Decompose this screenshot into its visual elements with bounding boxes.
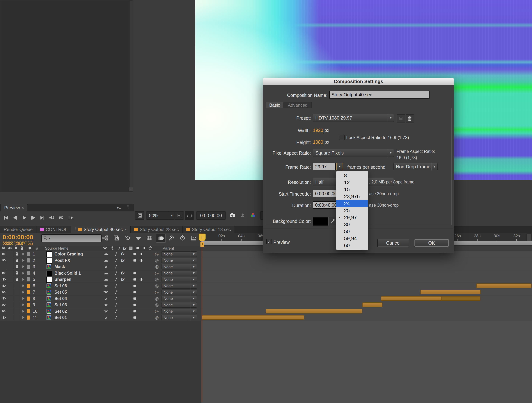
next-frame-button[interactable] — [29, 213, 38, 223]
video-icon[interactable] — [1, 246, 6, 251]
background-color-swatch[interactable] — [313, 217, 328, 226]
hump-switch[interactable] — [103, 258, 109, 263]
layer-row[interactable]: 9Set 03◎None▼ — [0, 302, 201, 308]
frame-blend-icon[interactable] — [129, 246, 133, 251]
expander-icon[interactable] — [22, 259, 25, 262]
slash-switch[interactable] — [113, 264, 119, 269]
width-value[interactable]: 1920 px — [313, 128, 329, 133]
shy-switch[interactable] — [103, 283, 109, 288]
blur-switch[interactable] — [131, 271, 138, 276]
loop-button[interactable] — [57, 213, 65, 223]
previous-frame-button[interactable] — [11, 213, 19, 223]
audio-toggle[interactable] — [7, 283, 13, 288]
eye-toggle[interactable] — [1, 277, 7, 282]
layer-label-chip[interactable] — [27, 277, 30, 281]
parent-pickwhip-icon[interactable]: ◎ — [155, 309, 159, 314]
slash-switch[interactable] — [113, 302, 119, 307]
parent-dropdown[interactable]: None▼ — [162, 251, 197, 257]
expander-icon[interactable] — [22, 304, 25, 306]
parent-pickwhip-icon[interactable]: ◎ — [155, 302, 159, 307]
lock-toggle[interactable] — [14, 283, 20, 288]
fx-switch[interactable]: fx — [120, 258, 126, 263]
frame-rate-input[interactable]: 29,97 — [313, 163, 336, 170]
tab-story-output-18-sec[interactable]: Story Output 18 sec — [183, 226, 235, 233]
shy-icon[interactable] — [103, 246, 108, 251]
blur-switch[interactable] — [131, 309, 138, 314]
lock-toggle[interactable] — [14, 302, 20, 307]
fps-option-15[interactable]: 15 — [336, 186, 368, 193]
layer-row[interactable]: 11Set 01◎None▼ — [0, 314, 201, 321]
track-row[interactable] — [202, 257, 532, 264]
eye-toggle[interactable] — [1, 296, 7, 301]
layer-label-chip[interactable] — [27, 303, 30, 307]
comp-marker-bin[interactable] — [526, 234, 532, 241]
audio-icon[interactable] — [8, 246, 13, 251]
layer-row[interactable]: 7Set 05◎None▼ — [0, 289, 201, 295]
layer-label-chip[interactable] — [27, 297, 30, 301]
eye-toggle[interactable] — [1, 315, 7, 320]
layer-row[interactable]: 10Set 02◎None▼ — [0, 308, 201, 315]
comp-mini-flowchart-button[interactable] — [101, 234, 110, 242]
magnification-dropdown[interactable]: 50% ▼ — [146, 211, 175, 220]
ok-button[interactable]: OK — [414, 239, 449, 247]
tab-basic[interactable]: Basic — [266, 102, 284, 108]
parent-pickwhip-icon[interactable]: ◎ — [155, 283, 159, 288]
parent-dropdown[interactable]: None▼ — [162, 290, 197, 295]
parent-pickwhip-icon[interactable]: ◎ — [155, 277, 159, 282]
current-time-display[interactable]: 0:00:00:00 — [3, 234, 33, 241]
grid-options-button[interactable] — [135, 211, 144, 220]
height-value[interactable]: 1080 px — [313, 139, 329, 145]
parent-dropdown[interactable]: None▼ — [162, 296, 197, 301]
track-row[interactable] — [202, 308, 532, 315]
track-row[interactable] — [202, 264, 532, 270]
parent-dropdown[interactable]: None▼ — [162, 258, 197, 263]
audio-toggle[interactable] — [7, 289, 13, 295]
parent-dropdown[interactable]: None▼ — [162, 302, 197, 308]
eye-toggle[interactable] — [1, 270, 7, 276]
layer-row[interactable]: 2Post FXfx◎None▼ — [0, 257, 201, 264]
slash-switch[interactable] — [113, 283, 119, 288]
slash-switch[interactable] — [113, 251, 119, 257]
layer-bar-set-02[interactable] — [266, 309, 362, 313]
show-snapshot-icon[interactable] — [238, 211, 247, 219]
layer-label-chip[interactable] — [27, 258, 30, 262]
slash-switch[interactable] — [113, 271, 119, 276]
lock-toggle[interactable] — [14, 264, 20, 269]
motion-blur-button[interactable] — [156, 234, 165, 243]
collapse-icon[interactable] — [110, 246, 115, 251]
layer-label-chip[interactable] — [27, 316, 30, 319]
cancel-button[interactable]: Cancel — [377, 239, 409, 247]
lock-icon[interactable] — [20, 246, 25, 251]
track-row[interactable] — [202, 295, 532, 302]
timecode-base-dropdown[interactable]: Non-Drop Frame▼ — [393, 163, 438, 170]
parent-pickwhip-icon[interactable]: ◎ — [155, 290, 159, 295]
3d-icon[interactable] — [148, 246, 153, 251]
shy-switch[interactable] — [103, 264, 109, 269]
eyedropper-button[interactable] — [329, 217, 337, 225]
parent-dropdown[interactable]: None▼ — [162, 271, 197, 276]
parent-pickwhip-icon[interactable]: ◎ — [155, 258, 159, 263]
frame-rate-dropdown-button[interactable]: ▼ — [336, 163, 343, 170]
hump-switch[interactable] — [103, 251, 109, 257]
layer-row[interactable]: 5Sharpenfx◎None▼ — [0, 276, 201, 283]
layer-bar-set-04[interactable] — [381, 296, 480, 301]
blur-switch[interactable] — [131, 296, 138, 301]
blur-switch[interactable] — [131, 251, 138, 257]
blur-switch[interactable] — [131, 315, 138, 320]
parent-pickwhip-icon[interactable]: ◎ — [155, 251, 159, 257]
tab-render-queue[interactable]: Render Queue — [0, 226, 36, 233]
last-frame-button[interactable] — [38, 213, 47, 223]
fx-switch[interactable]: fx — [120, 277, 126, 282]
save-preset-button[interactable] — [397, 114, 405, 123]
parent-dropdown[interactable]: None▼ — [162, 277, 197, 282]
pixel-aspect-ratio-dropdown[interactable]: Square Pixels▼ — [313, 149, 394, 157]
blur-switch[interactable] — [131, 290, 138, 295]
slash-switch[interactable] — [113, 258, 119, 263]
eye-toggle[interactable] — [1, 309, 7, 314]
lock-toggle[interactable] — [14, 258, 20, 263]
ram-preview-button[interactable] — [66, 213, 74, 223]
lock-toggle[interactable] — [14, 296, 20, 301]
expander-icon[interactable] — [22, 265, 25, 268]
current-time-indicator[interactable] — [199, 234, 206, 241]
layer-label-chip[interactable] — [27, 284, 30, 288]
